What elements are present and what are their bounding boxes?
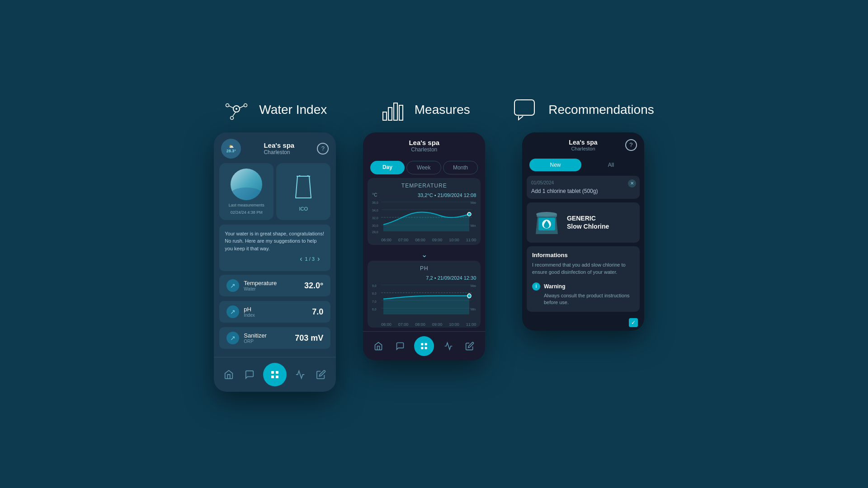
temperature-unit: °C bbox=[372, 192, 377, 197]
wi-nav-edit[interactable] bbox=[314, 367, 328, 382]
m-header: Lea's spa Charleston bbox=[363, 132, 485, 157]
ph-chart-area: 9,0 8,0 7,0 6,0 Max Min 06:00 07:00 08:0… bbox=[372, 282, 476, 323]
temperature-x-labels: 06:00 07:00 08:00 09:00 10:00 11:00 bbox=[372, 238, 476, 242]
ph-x-labels: 06:00 07:00 08:00 09:00 10:00 11:00 bbox=[372, 322, 476, 327]
ph-chart-svg: 9,0 8,0 7,0 6,0 Max Min bbox=[372, 282, 476, 319]
wi-prev-btn[interactable]: ‹ bbox=[300, 255, 302, 263]
svg-text:6,0: 6,0 bbox=[372, 307, 377, 311]
chart-bar-icon bbox=[378, 96, 406, 123]
wi-sanitizer-left: ↗ Sanitizer ORP bbox=[226, 332, 267, 344]
wi-temperature-icon: ↗ bbox=[226, 279, 239, 292]
svg-text:36,0: 36,0 bbox=[372, 201, 378, 204]
wi-temperature-row[interactable]: ↗ Temperature Water 32.0° bbox=[219, 275, 330, 296]
wi-city: Charleston bbox=[264, 149, 294, 155]
rec-check-btn[interactable]: ✓ bbox=[629, 318, 638, 327]
m-city: Charleston bbox=[411, 146, 437, 153]
svg-rect-43 bbox=[425, 347, 427, 349]
svg-point-2 bbox=[226, 103, 229, 107]
wi-bottom-nav bbox=[214, 357, 336, 392]
rec-spa-name: Lea's spa bbox=[569, 139, 597, 146]
svg-point-4 bbox=[231, 116, 234, 119]
product-image bbox=[532, 208, 561, 237]
svg-rect-14 bbox=[388, 108, 392, 120]
temperature-chart-title: TEMPERATURE bbox=[372, 183, 476, 189]
svg-text:9,0: 9,0 bbox=[372, 284, 377, 288]
recommendations-section: Recommendations Lea's spa Charleston ? N… bbox=[512, 96, 654, 331]
svg-rect-9 bbox=[271, 371, 274, 374]
rec-notification: 01/05/2024 Add 1 chlorine tablet (500g) … bbox=[527, 176, 640, 199]
wi-sanitizer-value: 703 mV bbox=[295, 333, 323, 343]
m-nav-chat[interactable] bbox=[393, 339, 407, 353]
wi-message-card: Your water is in great shape, congratula… bbox=[219, 225, 330, 272]
wi-temperature-sub: Water bbox=[244, 286, 277, 291]
water-wave bbox=[231, 188, 262, 200]
wi-help-button[interactable]: ? bbox=[317, 143, 329, 155]
water-index-header: Water Index bbox=[223, 96, 327, 123]
wi-nav-chat[interactable] bbox=[242, 367, 257, 382]
svg-text:8,0: 8,0 bbox=[372, 291, 377, 296]
svg-rect-12 bbox=[276, 375, 278, 378]
measures-section: Measures Lea's spa Charleston Day Week M… bbox=[363, 96, 485, 361]
svg-rect-16 bbox=[399, 105, 403, 120]
rec-product-name: GENERIC Slow Chlorine bbox=[567, 214, 609, 230]
svg-rect-13 bbox=[383, 112, 387, 120]
rec-tabs: New All bbox=[522, 156, 644, 176]
measures-title: Measures bbox=[415, 103, 470, 117]
svg-point-48 bbox=[536, 212, 557, 216]
rec-info-title: Informations bbox=[532, 252, 634, 258]
svg-text:32,0: 32,0 bbox=[372, 216, 378, 220]
rec-help-btn[interactable]: ? bbox=[625, 139, 637, 151]
ph-current: 7,2 • 21/09/2024 12:30 bbox=[426, 275, 476, 281]
rec-tab-all[interactable]: All bbox=[585, 159, 637, 171]
measures-header: Measures bbox=[378, 96, 470, 123]
wi-temperature-left: ↗ Temperature Water bbox=[226, 279, 277, 292]
ph-chart-info: 7,2 • 21/09/2024 12:30 bbox=[372, 275, 476, 281]
svg-rect-42 bbox=[421, 347, 424, 349]
m-nav-home[interactable] bbox=[371, 339, 386, 353]
ph-chart-title: PH bbox=[372, 265, 476, 272]
rec-tab-new[interactable]: New bbox=[529, 159, 581, 171]
svg-text:34,0: 34,0 bbox=[372, 209, 378, 212]
m-tab-day[interactable]: Day bbox=[370, 161, 404, 174]
wi-ph-value: 7.0 bbox=[312, 307, 323, 317]
wi-ico-card: ICO bbox=[276, 163, 330, 220]
svg-text:Max: Max bbox=[471, 201, 476, 204]
wi-ph-left: ↗ pH Index bbox=[226, 305, 255, 318]
m-tab-month[interactable]: Month bbox=[443, 161, 478, 174]
m-nav-edit[interactable] bbox=[462, 339, 477, 353]
wi-temperature-value: 32.0° bbox=[304, 281, 323, 291]
wi-nav-home[interactable] bbox=[222, 367, 236, 382]
wi-next-btn[interactable]: › bbox=[317, 255, 320, 263]
wi-sanitizer-name: Sanitizer bbox=[244, 332, 267, 339]
rec-close-btn[interactable]: ✕ bbox=[628, 179, 636, 188]
svg-text:30,0: 30,0 bbox=[372, 224, 378, 227]
m-expand-btn[interactable]: ⌄ bbox=[363, 249, 485, 261]
m-nav-activity[interactable] bbox=[441, 339, 456, 353]
rec-warning-icon: i bbox=[532, 282, 540, 291]
wi-sanitizer-row[interactable]: ↗ Sanitizer ORP 703 mV bbox=[219, 327, 330, 349]
wi-weather-widget: ⛅ 28.3° bbox=[221, 139, 241, 159]
m-tabs: Day Week Month bbox=[363, 157, 485, 178]
temperature-chart-section: TEMPERATURE °C 33,2°C • 21/09/2024 12:08 bbox=[368, 178, 481, 245]
rec-notif-text: Add 1 chlorine tablet (500g) bbox=[531, 188, 635, 194]
rec-city: Charleston bbox=[571, 146, 595, 151]
rec-warning-text: Always consult the product instructions … bbox=[544, 292, 634, 306]
wi-ph-icon: ↗ bbox=[226, 305, 239, 318]
svg-text:Min: Min bbox=[471, 307, 476, 311]
wi-ph-info: pH Index bbox=[244, 306, 255, 318]
wi-ph-row[interactable]: ↗ pH Index 7.0 bbox=[219, 301, 330, 323]
svg-text:Min: Min bbox=[471, 224, 476, 227]
m-tab-week[interactable]: Week bbox=[406, 161, 441, 174]
wi-location: Lea's spa Charleston bbox=[264, 141, 294, 155]
temperature-chart-info: °C 33,2°C • 21/09/2024 12:08 bbox=[372, 192, 476, 198]
wi-header: ⛅ 28.3° Lea's spa Charleston ? bbox=[214, 132, 336, 163]
wi-page-indicator: 1 / 3 bbox=[305, 256, 315, 262]
rec-warning: i Warning Always consult the product ins… bbox=[532, 279, 634, 306]
m-nav-center-btn[interactable] bbox=[414, 336, 434, 356]
wi-nav-center-btn[interactable] bbox=[263, 363, 287, 386]
svg-text:28,0: 28,0 bbox=[372, 230, 378, 234]
wi-spa-name: Lea's spa bbox=[264, 141, 294, 149]
measures-phone: Lea's spa Charleston Day Week Month TEMP… bbox=[363, 132, 485, 361]
wi-nav-activity[interactable] bbox=[293, 367, 307, 382]
wi-temperature-info: Temperature Water bbox=[244, 280, 277, 291]
